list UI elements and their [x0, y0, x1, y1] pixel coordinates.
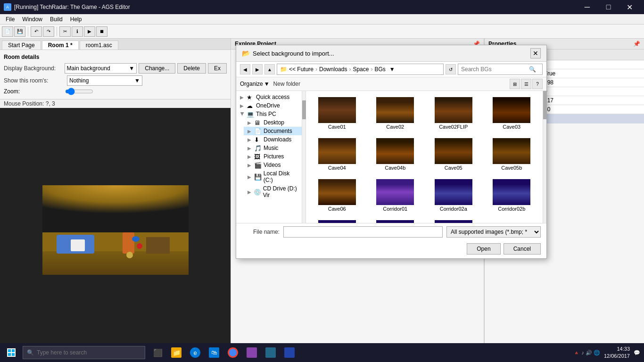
help-button[interactable]: ?	[532, 79, 543, 89]
file-item-cave04[interactable]: Cave04	[310, 136, 364, 173]
edge-icon: e	[190, 347, 200, 358]
tree-this-pc[interactable]: ▶ 💻 This PC	[236, 110, 302, 118]
music-label: Music	[264, 145, 278, 151]
taskbar-explorer[interactable]: 📁	[168, 343, 185, 362]
file-item-cave05b[interactable]: Cave05b	[485, 136, 539, 173]
corridor01-thumbnail	[376, 179, 414, 205]
expand-icon-dl: ▶	[248, 137, 252, 142]
cancel-button[interactable]: Cancel	[504, 243, 541, 255]
tree-downloads[interactable]: ▶ ⬇ Downloads	[244, 135, 302, 144]
dialog-close-button[interactable]: ✕	[530, 48, 541, 58]
file-item-cave05[interactable]: Cave05	[426, 136, 481, 173]
quick-access-icon: ★	[247, 94, 254, 100]
dialog-app-icon: 📂	[242, 49, 250, 57]
file-item-cave04b[interactable]: Cave04b	[368, 136, 423, 173]
search-input[interactable]	[461, 66, 527, 73]
tree-quick-access[interactable]: ▶ ★ Quick access	[236, 93, 302, 101]
notification-icon[interactable]: 💬	[634, 350, 640, 356]
view-buttons: ⊞ ☰ ?	[510, 79, 543, 89]
cave04b-thumbnail	[376, 138, 414, 164]
tree-pictures[interactable]: ▶ 🖼 Pictures	[244, 152, 302, 161]
back-button[interactable]: ◀	[240, 64, 250, 74]
sidebar-scrollbar[interactable]	[302, 91, 306, 223]
tree-onedrive[interactable]: ▶ ☁ OneDrive	[236, 101, 302, 110]
up-button[interactable]: ▲	[264, 64, 275, 74]
grid-scroll-thumb	[543, 91, 547, 119]
taskbar-store[interactable]: 🛍	[206, 343, 223, 362]
dropdown-arrow[interactable]: ▼	[389, 66, 395, 73]
taskbar-app1[interactable]	[243, 343, 260, 362]
forward-button[interactable]: ▶	[252, 64, 263, 74]
documents-label: Documents	[264, 128, 292, 134]
expand-icon-mu: ▶	[248, 146, 252, 151]
file-item-cave01[interactable]: Cave01	[310, 95, 364, 132]
breadcrumb-future[interactable]: << Future	[289, 66, 314, 73]
cave04-thumbnail	[318, 138, 356, 164]
taskbar-right: 🔺 ♪ 🔊 🌐 14:33 12/06/2017 💬	[573, 346, 644, 360]
file-item-more1[interactable]	[310, 218, 364, 223]
cave04-name: Cave04	[328, 165, 346, 171]
app2-icon	[265, 347, 276, 358]
file-name-input[interactable]	[283, 226, 443, 238]
cave02-thumbnail	[376, 97, 414, 123]
taskbar-chrome[interactable]	[224, 343, 241, 362]
tree-music[interactable]: ▶ 🎵 Music	[244, 144, 302, 152]
file-item-corridor02b[interactable]: Corridor02b	[485, 177, 539, 214]
tree-local-disk[interactable]: ▶ 💾 Local Disk (C:)	[244, 169, 302, 184]
file-item-cave02[interactable]: Cave02	[368, 95, 423, 132]
taskbar-app3[interactable]	[281, 343, 298, 362]
expand-icon-pic: ▶	[248, 154, 252, 159]
tree-desktop[interactable]: ▶ 🖥 Desktop	[244, 118, 302, 127]
tree-documents[interactable]: ▶ 📄 Documents	[244, 127, 302, 135]
expand-icon-lc: ▶	[248, 174, 252, 180]
file-item-cave02flip[interactable]: Cave02FLIP	[426, 95, 481, 132]
file-item-more2[interactable]	[368, 218, 423, 223]
sidebar-tree: ▶ ★ Quick access ▶ ☁ OneDrive ▶ 💻 This P…	[236, 91, 302, 223]
new-folder-button[interactable]: New folder	[273, 81, 300, 87]
tree-videos[interactable]: ▶ 🎬 Videos	[244, 161, 302, 169]
music-icon: 🎵	[254, 145, 262, 151]
cave01-name: Cave01	[328, 124, 346, 130]
cave05b-name: Cave05b	[501, 165, 522, 171]
file-item-more3[interactable]	[426, 218, 481, 223]
taskbar-search[interactable]: 🔍	[23, 346, 145, 359]
dialog-actions: Open Cancel	[236, 240, 546, 258]
file-grid: Cave01 Cave02 Cave02FLIP Cave03 Cave04	[306, 91, 543, 223]
file-type-select[interactable]: All supported images (*.bmp; *	[446, 226, 541, 238]
taskbar-edge[interactable]: e	[187, 343, 204, 362]
cave02-name: Cave02	[386, 124, 404, 130]
search-input[interactable]	[37, 349, 131, 356]
start-button[interactable]	[0, 343, 23, 362]
windows-logo	[7, 348, 16, 357]
tree-cd-drive[interactable]: ▶ 💿 CD Drive (D:) Vir	[244, 184, 302, 199]
file-item-corridor02a[interactable]: Corridor02a	[426, 177, 481, 214]
refresh-button[interactable]: ↺	[446, 64, 456, 74]
file-browser: ▶ ★ Quick access ▶ ☁ OneDrive ▶ 💻 This P…	[236, 91, 546, 223]
this-pc-label: This PC	[256, 111, 276, 117]
file-item-cave06[interactable]: Cave06	[310, 177, 364, 214]
file-item-cave03[interactable]: Cave03	[485, 95, 539, 132]
details-view-button[interactable]: ☰	[521, 79, 531, 89]
breadcrumb-path: 📁 << Future › Downloads › Space › BGs ▼	[277, 64, 444, 75]
expand-icon-cd: ▶	[248, 189, 252, 195]
file-item-corridor01[interactable]: Corridor01	[368, 177, 423, 214]
videos-label: Videos	[264, 162, 281, 168]
explorer-icon: 📁	[171, 347, 182, 358]
downloads-icon: ⬇	[254, 136, 262, 143]
file-name-bar: File name: All supported images (*.bmp; …	[236, 223, 546, 240]
desktop-label: Desktop	[264, 119, 284, 126]
breadcrumb-space[interactable]: Space	[353, 66, 369, 73]
taskview-icon: ⬛	[153, 348, 162, 357]
taskbar-app2[interactable]	[262, 343, 279, 362]
corridor02a-name: Corridor02a	[440, 206, 467, 212]
breadcrumb-bgs[interactable]: BGs	[374, 66, 385, 73]
cave02flip-name: Cave02FLIP	[439, 124, 468, 130]
thumbnail-view-button[interactable]: ⊞	[510, 79, 520, 89]
organize-button[interactable]: Organize ▼	[240, 81, 270, 87]
downloads-label: Downloads	[264, 136, 291, 143]
open-button[interactable]: Open	[467, 243, 500, 255]
taskbar-taskview[interactable]: ⬛	[149, 343, 166, 362]
grid-scrollbar[interactable]	[543, 91, 546, 223]
breadcrumb-downloads[interactable]: Downloads	[319, 66, 347, 73]
dialog-title-bar: 📂 Select background to import... ✕	[236, 45, 546, 62]
